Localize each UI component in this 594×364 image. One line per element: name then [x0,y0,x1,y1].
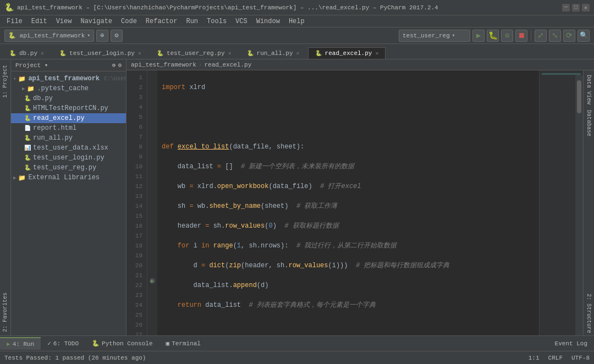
tree-item-external-libs[interactable]: ▶ 📁 External Libraries [11,173,126,183]
tab-test-user-reg-close[interactable]: ✕ [228,50,232,57]
minimize-button[interactable]: ─ [562,4,570,12]
tree-item-read-excel[interactable]: 🐍 read_excel.py [11,113,126,123]
tab-db-py-icon: 🐍 [9,50,16,57]
event-log-tab[interactable]: Event Log [548,338,594,349]
run-with-coverage[interactable]: ⊙ [501,30,513,42]
line-num-25: 25 [127,310,147,320]
status-encoding[interactable]: UTF-8 [571,355,590,361]
run-config-dropdown[interactable]: test_user_reg ▾ [399,30,470,42]
menu-help[interactable]: Help [284,16,309,26]
database-tab[interactable]: Database [585,108,593,139]
tree-label-external: External Libraries [28,174,100,181]
tab-run-all-icon: 🐍 [247,50,254,57]
structure-side-tab[interactable]: 2: Favorites [1,289,9,335]
close-button[interactable]: ✕ [582,4,590,12]
sidebar-settings-icon[interactable]: ⊕ [112,62,116,69]
tree-label-reg: test_user_reg.py [33,164,96,172]
tree-label-readexcel: read_excel.py [33,114,85,122]
tree-item-report[interactable]: 📄 report.html [11,123,126,133]
stop-button[interactable]: ⏹ [515,30,527,42]
project-label: Project ▾ [15,62,48,69]
code-text[interactable]: import xlrd def excel_to_list(data_file,… [157,70,539,335]
tree-label-xlsx: test_user_data.xlsx [33,144,108,152]
window-controls: ─ □ ✕ [562,4,590,12]
tree-label-report: report.html [33,124,76,132]
code-line-9: for i in range(1, sh.nrows): # 我过行行，从第二行… [162,241,535,251]
title-text: api_test_framework – [C:\Users\hanzhicha… [17,4,562,11]
bottom-tab-terminal[interactable]: ▣ Terminal [160,338,207,349]
line-num-13: 13 [127,191,147,201]
line-num-21: 21 [127,271,147,280]
tab-test-user-login[interactable]: 🐍 test_user_login.py ✕ [52,47,148,59]
line-num-22: 22 [127,280,147,290]
breadcrumb-file[interactable]: read_excel.py [204,62,251,68]
tab-run-all[interactable]: 🐍 run_all.py ✕ [240,47,307,59]
tree-item-run-all[interactable]: 🐍 run_all.py [11,133,126,143]
project-label: 🐍 api_test_framework [8,32,85,39]
project-side-tab[interactable]: 1: Project [1,62,9,101]
menu-navigate[interactable]: Navigate [76,16,117,26]
bottom-tab-todo-label: 6: TODO [53,340,79,347]
tab-read-excel[interactable]: 🐍 read_excel.py ✕ [308,47,386,59]
menu-tools[interactable]: Tools [202,16,231,26]
line-num-17: 17 [127,231,147,241]
line-num-19: 19 [127,251,147,261]
toolbar-icon-1[interactable]: ⊕ [96,30,108,42]
line-num-27: 27 [127,330,147,335]
menu-vcs[interactable]: VCS [231,16,252,26]
tree-py-icon-reg: 🐍 [24,164,31,171]
menu-refactor[interactable]: Refactor [141,16,182,26]
menu-window[interactable]: Window [252,16,284,26]
status-position[interactable]: 1:1 [529,355,540,361]
tree-item-pytest-cache[interactable]: ▶ 📁 .pytest_cache [11,84,126,93]
bottom-tab-todo[interactable]: ✓ 6: TODO [41,338,85,349]
tree-item-db[interactable]: 🐍 db.py [11,93,126,103]
line-num-6: 6 [127,122,147,132]
search-button[interactable]: 🔍 [578,30,590,42]
vertical-scrollbar[interactable] [575,75,583,335]
tab-db-py[interactable]: 🐍 db.py ✕ [2,47,51,59]
tree-item-reg[interactable]: 🐍 test_user_reg.py [11,163,126,173]
tree-label-htmlreport: HTMLTestReportCN.py [33,104,108,112]
line-num-2: 2 [127,82,147,92]
tab-db-py-close[interactable]: ✕ [41,50,44,57]
tab-run-all-close[interactable]: ✕ [296,50,300,57]
breadcrumb-project[interactable]: api_test_framework [131,62,196,68]
toolbar-btn-1[interactable]: ⤢ [535,30,547,42]
toolbar-btn-3[interactable]: ⟳ [563,30,575,42]
debug-button[interactable]: 🐛 [487,30,499,42]
sidebar-gear-icon[interactable]: ⚙ [118,62,122,69]
menu-edit[interactable]: Edit [27,16,52,26]
project-dropdown[interactable]: 🐍 api_test_framework ▾ [4,30,94,42]
bottom-tab-run[interactable]: ▶ 4: Run [0,337,41,350]
structure-tab[interactable]: 2: Structure [585,291,593,335]
tree-py-icon-runall: 🐍 [24,135,31,141]
tree-item-htmlreport[interactable]: 🐍 HTMLTestReportCN.py [11,103,126,113]
tree-item-xlsx[interactable]: 📊 test_user_data.xlsx [11,143,126,153]
toolbar-icon-2[interactable]: ⚙ [111,30,123,42]
menu-code[interactable]: Code [117,16,141,26]
status-line-ending[interactable]: CRLF [548,355,563,361]
sidebar-header[interactable]: Project ▾ ⊕ ⚙ [11,59,126,71]
menu-view[interactable]: View [52,16,76,26]
menu-file[interactable]: File [2,16,27,26]
tab-test-user-login-close[interactable]: ✕ [138,50,141,57]
code-editor-area: api_test_framework › read_excel.py 1 2 3… [127,59,594,335]
line-num-14: 14 [127,201,147,211]
toolbar-divider [531,31,531,41]
tab-read-excel-close[interactable]: ✕ [375,50,378,57]
scrollbar-thumb[interactable] [577,80,581,113]
tab-db-py-label: db.py [19,50,37,57]
run-button[interactable]: ▶ [472,30,485,42]
maximize-button[interactable]: □ [572,4,580,12]
tree-item-login[interactable]: 🐍 test_user_login.py [11,153,126,163]
menu-run[interactable]: Run [182,16,202,26]
tab-test-user-reg[interactable]: 🐍 test_user_reg.py ✕ [150,47,239,59]
tree-item-root[interactable]: ▾ 📁 api_test_framework C:\Users\ha [11,74,126,84]
tabs-bar: 🐍 db.py ✕ 🐍 test_user_login.py ✕ 🐍 test_… [0,44,594,59]
line-num-8: 8 [127,142,147,152]
data-view-tab[interactable]: Data View [585,73,593,107]
tree-folder-icon-pytest: 📁 [27,85,35,92]
bottom-tab-console[interactable]: 🐍 Python Console [85,338,159,349]
toolbar-btn-2[interactable]: ⤡ [549,30,561,42]
